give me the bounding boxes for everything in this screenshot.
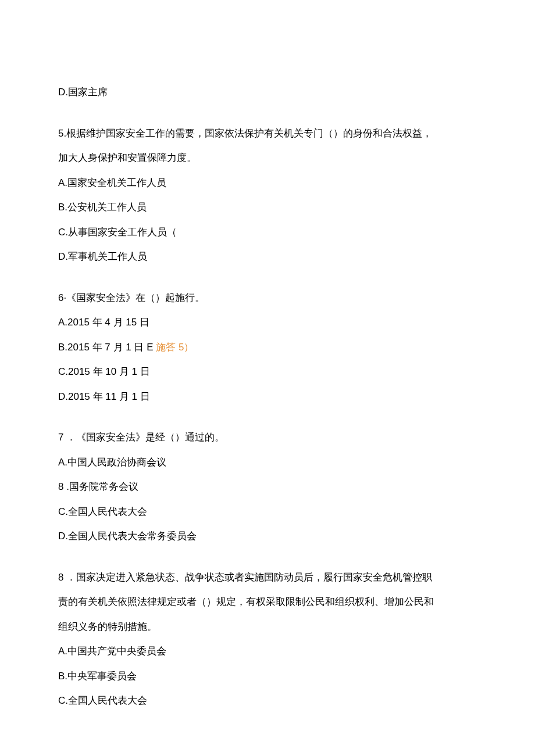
question-7: 7 ．《国家安全法》是经（）通过的。 A.中国人民政治协商会议 8 .国务院常务… <box>58 425 477 549</box>
question-8: 8 ．国家决定进入紧急状态、战争状态或者实施国防动员后，履行国家安全危机管控职 … <box>58 565 477 714</box>
option-b: B.2015 年 7 月 1 日 E 施答 5） <box>58 335 477 360</box>
question-stem: 加大人身保护和安置保障力度。 <box>58 146 477 171</box>
option-b: 8 .国务院常务会议 <box>58 475 477 500</box>
option-c: C.2015 年 10 月 1 日 <box>58 360 477 385</box>
option-d: D.军事机关工作人员 <box>58 245 477 270</box>
question-stem: 责的有关机关依照法律规定或者（）规定，有权采取限制公民和组织权利、增加公民和 <box>58 590 477 615</box>
option-a: A.2015 年 4 月 15 日 <box>58 310 477 335</box>
question-stem: 8 ．国家决定进入紧急状态、战争状态或者实施国防动员后，履行国家安全危机管控职 <box>58 565 477 590</box>
option-a: A.中国人民政治协商会议 <box>58 450 477 475</box>
option-d: D.全国人民代表大会常务委员会 <box>58 524 477 549</box>
option-d: D.国家主席 <box>58 80 477 105</box>
question-5: 5.根据维护国家安全工作的需要，国家依法保护有关机关专门（）的身份和合法权益， … <box>58 121 477 270</box>
option-d: D.2015 年 11 月 1 日 <box>58 385 477 410</box>
question-stem: 5.根据维护国家安全工作的需要，国家依法保护有关机关专门（）的身份和合法权益， <box>58 121 477 146</box>
annotation-text: 施答 5） <box>156 342 194 353</box>
option-b: B.公安机关工作人员 <box>58 195 477 220</box>
option-c: C.全国人民代表大会 <box>58 500 477 525</box>
question-stem: 组织义务的特别措施。 <box>58 615 477 640</box>
option-b-prefix: B.2015 年 7 月 1 日 E <box>58 342 156 353</box>
option-a: A.国家安全机关工作人员 <box>58 171 477 196</box>
q4-options-tail: D.国家主席 <box>58 80 477 105</box>
option-b: B.中央军事委员会 <box>58 664 477 689</box>
question-6: 6·《国家安全法》在（）起施行。 A.2015 年 4 月 15 日 B.201… <box>58 286 477 410</box>
option-a: A.中国共产党中央委员会 <box>58 639 477 664</box>
question-stem: 7 ．《国家安全法》是经（）通过的。 <box>58 425 477 450</box>
question-stem: 6·《国家安全法》在（）起施行。 <box>58 286 477 311</box>
document-page: D.国家主席 5.根据维护国家安全工作的需要，国家依法保护有关机关专门（）的身份… <box>0 0 535 756</box>
option-c: C.从事国家安全工作人员（ <box>58 220 477 245</box>
option-c: C.全国人民代表大会 <box>58 689 477 714</box>
